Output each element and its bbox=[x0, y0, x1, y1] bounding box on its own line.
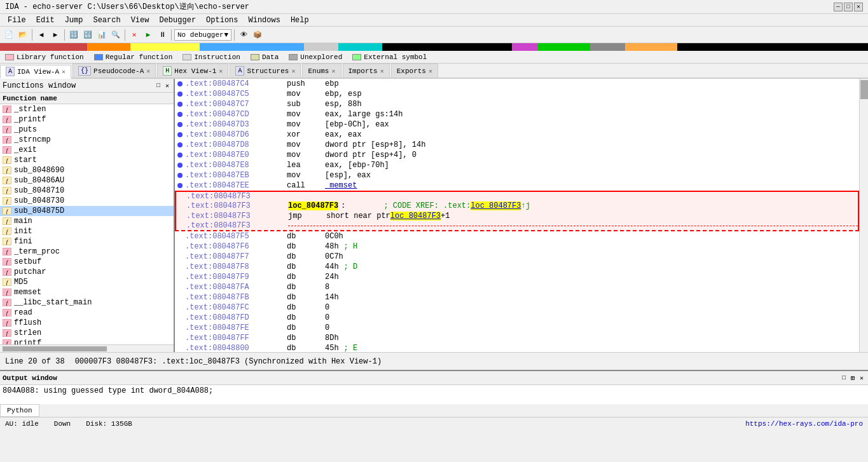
modules-button[interactable]: 📦 bbox=[251, 29, 264, 41]
debug-stop-button[interactable]: ✕ bbox=[128, 29, 141, 41]
tab-pseudocode[interactable]: {} Pseudocode-A ✕ bbox=[72, 64, 156, 78]
function-item-MD5[interactable]: fMD5 bbox=[0, 277, 174, 287]
code-line[interactable]: .text:080487F3jmpshort near ptr loc_8048… bbox=[175, 211, 859, 221]
code-line[interactable]: .text:080487F9db24h bbox=[175, 272, 859, 282]
nav-btn-2[interactable]: 🔣 bbox=[81, 29, 94, 41]
code-line[interactable]: .text:080487E8leaeax, [ebp-70h] bbox=[175, 160, 859, 170]
code-line[interactable]: .text:080487F8db44h ; D bbox=[175, 262, 859, 272]
menu-item-windows[interactable]: Windows bbox=[244, 15, 286, 26]
tab-hex-view-close[interactable]: ✕ bbox=[219, 67, 223, 75]
code-line[interactable]: .text:080487FEdb0 bbox=[175, 323, 859, 333]
code-line[interactable]: .text:080487E0movdword ptr [esp+4], 0 bbox=[175, 150, 859, 160]
function-item-sub_804875D[interactable]: fsub_804875D bbox=[0, 206, 174, 216]
menu-item-view[interactable]: View bbox=[126, 15, 155, 26]
code-line[interactable]: .text:080487F7db0C7h bbox=[175, 252, 859, 262]
menu-item-debugger[interactable]: Debugger bbox=[154, 15, 201, 26]
code-line[interactable]: .text:080487FAdb8 bbox=[175, 282, 859, 292]
code-line[interactable]: .text:080487F6db48h ; H bbox=[175, 241, 859, 252]
tab-enums[interactable]: Enums ✕ bbox=[302, 64, 341, 78]
code-line[interactable]: .text:080487FDdb0 bbox=[175, 313, 859, 323]
code-line[interactable]: .text:080487FBdb14h bbox=[175, 292, 859, 302]
minimize-button[interactable]: ─ bbox=[834, 3, 843, 11]
code-line[interactable]: .text:08048800db45h ; E bbox=[175, 343, 859, 352]
maximize-button[interactable]: □ bbox=[844, 3, 853, 11]
code-line[interactable]: .text:080487EEcall_memset bbox=[175, 180, 859, 191]
nav-btn-1[interactable]: 🔢 bbox=[67, 29, 80, 41]
output-restore-btn[interactable]: □ bbox=[840, 374, 848, 383]
function-item-printf[interactable]: fprintf bbox=[0, 338, 174, 344]
function-item-start[interactable]: fstart bbox=[0, 155, 174, 165]
function-item-setbuf[interactable]: fsetbuf bbox=[0, 257, 174, 267]
function-item-init[interactable]: finit bbox=[0, 226, 174, 236]
menu-item-jump[interactable]: Jump bbox=[60, 15, 88, 26]
function-item-sub_8048710[interactable]: fsub_8048710 bbox=[0, 186, 174, 196]
function-item-memset[interactable]: fmemset bbox=[0, 287, 174, 297]
new-button[interactable]: 📄 bbox=[3, 29, 15, 41]
code-view[interactable]: .text:080487C4pushebp.text:080487C5moveb… bbox=[175, 79, 859, 352]
code-line[interactable]: .text:080487C7subesp, 88h bbox=[175, 99, 859, 109]
tab-imports-close[interactable]: ✕ bbox=[380, 67, 384, 75]
menu-item-edit[interactable]: Edit bbox=[31, 15, 60, 26]
tab-exports-close[interactable]: ✕ bbox=[429, 67, 432, 75]
menu-item-options[interactable]: Options bbox=[201, 15, 243, 26]
function-item-_printf[interactable]: f_printf bbox=[0, 114, 174, 125]
debug-run-button[interactable]: ▶ bbox=[142, 29, 155, 41]
function-item-putchar[interactable]: fputchar bbox=[0, 267, 174, 277]
code-line[interactable]: .text:080487F5db0C0h bbox=[175, 231, 859, 241]
code-line[interactable]: .text:080487F3loc_80487F3:; CODE XREF: .… bbox=[175, 201, 859, 211]
code-line[interactable]: .text:080487C5movebp, esp bbox=[175, 89, 859, 99]
function-item-fini[interactable]: ffini bbox=[0, 236, 174, 247]
functions-restore-btn[interactable]: □ bbox=[155, 81, 162, 90]
function-item-__libc_start_main[interactable]: f__libc_start_main bbox=[0, 297, 174, 308]
close-button[interactable]: ✕ bbox=[854, 3, 863, 11]
tab-enums-close[interactable]: ✕ bbox=[331, 67, 335, 75]
function-item-sub_8048690[interactable]: fsub_8048690 bbox=[0, 165, 174, 175]
functions-scrollbar-h[interactable] bbox=[0, 344, 174, 352]
jmp-target-link[interactable]: loc_80487F3 bbox=[390, 212, 441, 221]
tab-hex-view[interactable]: H Hex View-1 ✕ bbox=[157, 64, 228, 78]
code-scrollbar-v[interactable] bbox=[859, 79, 868, 352]
menu-item-help[interactable]: Help bbox=[286, 15, 314, 26]
python-tab-item[interactable]: Python bbox=[0, 404, 39, 417]
code-line[interactable]: .text:080487C4pushebp bbox=[175, 79, 859, 89]
code-line[interactable]: .text:080487EBmov[esp], eax bbox=[175, 170, 859, 180]
line-operands[interactable]: _memset bbox=[325, 181, 357, 190]
tab-pseudocode-close[interactable]: ✕ bbox=[146, 67, 150, 75]
function-item-sub_8048730[interactable]: fsub_8048730 bbox=[0, 196, 174, 206]
code-line[interactable]: .text:080487F3 bbox=[175, 221, 859, 231]
code-line[interactable]: .text:080487F3 bbox=[175, 191, 859, 201]
code-line[interactable]: .text:080487CDmoveax, large gs:14h bbox=[175, 109, 859, 119]
functions-close-btn[interactable]: ✕ bbox=[163, 81, 171, 90]
debugger-selector[interactable]: No debugger ▼ bbox=[174, 29, 231, 41]
code-ref-link[interactable]: loc_80487F3 bbox=[471, 201, 521, 210]
output-float-btn[interactable]: ⊞ bbox=[849, 374, 857, 383]
open-button[interactable]: 📂 bbox=[17, 29, 29, 41]
function-item-fflush[interactable]: ffflush bbox=[0, 318, 174, 328]
watch-button[interactable]: 👁 bbox=[237, 29, 250, 41]
fwd-button[interactable]: ▶ bbox=[49, 29, 62, 41]
tab-ida-view[interactable]: A IDA View-A ✕ bbox=[0, 65, 71, 79]
debug-pause-button[interactable]: ⏸ bbox=[156, 29, 169, 41]
function-item-read[interactable]: fread bbox=[0, 308, 174, 318]
function-item-_strncmp[interactable]: f_strncmp bbox=[0, 135, 174, 145]
menu-item-file[interactable]: File bbox=[3, 15, 31, 26]
back-button[interactable]: ◀ bbox=[35, 29, 48, 41]
ida-link[interactable]: https://hex-rays.com/ida-pro bbox=[745, 420, 863, 428]
nav-btn-3[interactable]: 📊 bbox=[95, 29, 108, 41]
code-line[interactable]: .text:080487D3mov[ebp-0Ch], eax bbox=[175, 119, 859, 130]
code-line[interactable]: .text:080487D8movdword ptr [esp+8], 14h bbox=[175, 140, 859, 150]
function-item-_exit[interactable]: f_exit bbox=[0, 145, 174, 155]
tab-exports[interactable]: Exports ✕ bbox=[391, 64, 438, 78]
tab-structures-close[interactable]: ✕ bbox=[291, 67, 295, 75]
tab-ida-view-close[interactable]: ✕ bbox=[62, 68, 65, 76]
tab-structures[interactable]: A Structures ✕ bbox=[230, 64, 301, 78]
code-line[interactable]: .text:080487D6xoreax, eax bbox=[175, 130, 859, 140]
tab-imports[interactable]: Imports ✕ bbox=[343, 64, 390, 78]
menu-item-search[interactable]: Search bbox=[88, 15, 125, 26]
code-line[interactable]: .text:080487FFdb8Dh bbox=[175, 333, 859, 343]
function-item-strlen[interactable]: fstrlen bbox=[0, 328, 174, 338]
function-item-sub_80486AU[interactable]: fsub_80486AU bbox=[0, 175, 174, 186]
functions-list[interactable]: f_strlenf_printff_putsf_strncmpf_exitfst… bbox=[0, 104, 174, 344]
code-line[interactable]: .text:080487FCdb0 bbox=[175, 302, 859, 313]
function-item-_strlen[interactable]: f_strlen bbox=[0, 104, 174, 114]
